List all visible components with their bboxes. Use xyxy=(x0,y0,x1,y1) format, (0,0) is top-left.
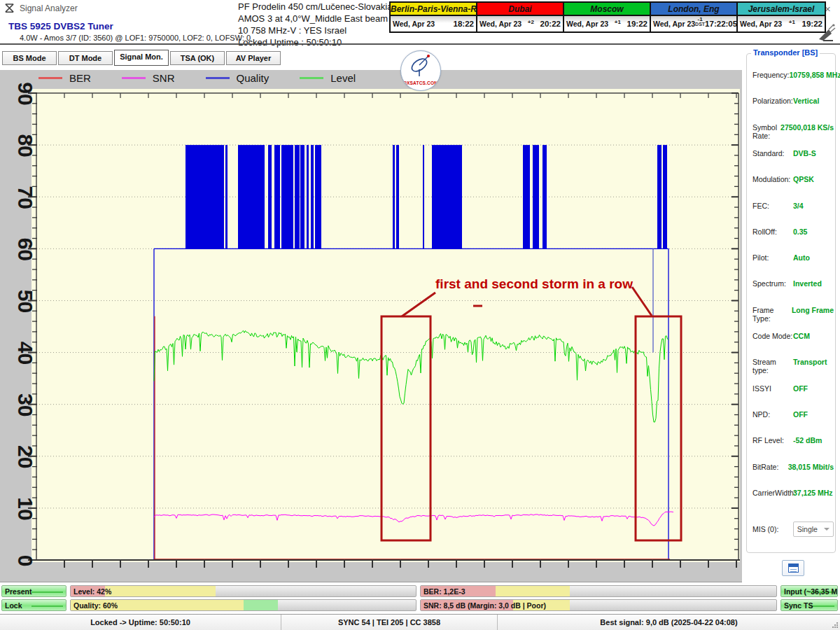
field-value: Inverted xyxy=(793,279,822,288)
legend-item-snr: SNR xyxy=(122,72,175,84)
mis-label: MIS (0): xyxy=(752,525,790,533)
transponder-field-6: RollOff:0.35 xyxy=(752,227,834,236)
field-label: ISSYI xyxy=(752,384,793,393)
statusbar-section-1: Locked -> Uptime: 50:50:10 xyxy=(0,615,281,630)
tab-tsa-ok-[interactable]: TSA (OK) xyxy=(170,51,225,65)
legend-swatch xyxy=(300,77,323,79)
legend-label: Level xyxy=(330,72,356,84)
meter-segment xyxy=(496,586,570,596)
field-label: CarrierWidth: xyxy=(752,489,793,497)
meter-label: Sync TS xyxy=(784,600,813,611)
field-label: Symbol Rate: xyxy=(752,123,780,140)
titlebar: Signal Analyzer xyxy=(4,3,78,13)
field-label: Polarization: xyxy=(752,97,793,105)
chevron-down-icon xyxy=(824,528,830,531)
clock-date: Wed, Apr 23 xyxy=(393,20,435,28)
clock-date: Wed, Apr 23 xyxy=(566,20,608,28)
y-axis-label: 20 xyxy=(14,445,37,468)
legend-swatch xyxy=(122,77,146,79)
meter-label: Level: 42% xyxy=(74,586,111,597)
clock-city-label: Jerusalem-Israel xyxy=(738,3,825,16)
meter-label: Quality: 60% xyxy=(74,600,118,611)
field-label: FEC: xyxy=(752,202,793,210)
field-label: Pilot: xyxy=(752,253,793,262)
tab-dt-mode[interactable]: DT Mode xyxy=(58,51,113,65)
tab-signal-mon-[interactable]: Signal Mon. xyxy=(114,50,169,66)
field-value: DVB-S xyxy=(793,149,816,158)
clock-time: 19:22 xyxy=(802,20,822,28)
tab-av-player[interactable]: AV Player xyxy=(226,51,281,65)
clock-5: Jerusalem-IsraelWed, Apr 23+119:22 xyxy=(738,3,825,31)
transponder-field-12: ISSYIOFF xyxy=(752,384,834,393)
field-label: Frequency: xyxy=(752,71,790,79)
dxsatcs-logo: DXSATCS.COM xyxy=(400,50,441,91)
legend-swatch xyxy=(206,77,230,79)
y-axis-label: 60 xyxy=(14,238,37,261)
transponder-field-0: Frequency:10759,858 MHz xyxy=(752,71,834,79)
y-axis-label: 80 xyxy=(14,134,37,157)
meter-ber: BER: 1,2E-3 xyxy=(420,585,777,597)
transponder-field-16: CarrierWidth:37,125 MHz xyxy=(752,489,834,497)
clock-time: 17:22:05 xyxy=(705,20,737,28)
legend-label: BER xyxy=(69,72,91,84)
mis-select[interactable]: Single xyxy=(793,522,834,537)
clock-utc-offset: +1 xyxy=(782,20,802,24)
meter-label: BER: 1,2E-3 xyxy=(424,586,465,597)
field-label: BitRate: xyxy=(752,463,788,471)
logo-dish-icon xyxy=(407,54,436,78)
transponder-field-13: NPD:OFF xyxy=(752,410,834,419)
window-title: Signal Analyzer xyxy=(20,4,78,13)
status-bar: Locked -> Uptime: 50:50:10SYNC 54 | TEI … xyxy=(0,614,840,630)
meter-label: Present xyxy=(5,586,32,597)
field-value: CCM xyxy=(793,332,810,340)
field-label: NPD: xyxy=(752,410,793,419)
mode-tabs: BS ModeDT ModeSignal Mon.TSA (OK)AV Play… xyxy=(2,51,281,66)
signal-chart: 0102030405060708090first and second stor… xyxy=(0,70,742,582)
indicator-lock: Lock xyxy=(1,599,66,611)
field-label: RF Level: xyxy=(752,436,793,444)
meter-row-1: PresentLevel: 42%BER: 1,2E-3Input (~36,3… xyxy=(0,585,840,597)
file-icon xyxy=(788,564,799,573)
legend-swatch xyxy=(38,77,62,79)
log-save-button[interactable] xyxy=(782,560,804,576)
transponder-field-2: Symbol Rate:27500,018 KS/s xyxy=(752,123,834,140)
clock-city-label: Moscow xyxy=(564,3,650,16)
antenna-info: PF Prodelin 450 cm/Lučenec-Slovakia AMOS… xyxy=(238,1,388,48)
resize-grip[interactable] xyxy=(832,622,839,629)
mis-value: Single xyxy=(797,525,818,533)
legend-item-level: Level xyxy=(300,72,356,84)
clock-1: Berlin-Paris-Vienna-RomaWed, Apr 2318:22 xyxy=(391,3,477,31)
clock-date: Wed, Apr 23 xyxy=(653,20,695,28)
meter-quality: Quality: 60% xyxy=(70,599,416,611)
logo-text: DXSATCS.COM xyxy=(403,80,438,85)
statusbar-section-3: Best signal: 9,0 dB (2025-04-22 04:08) xyxy=(498,615,840,630)
y-axis-label: 90 xyxy=(14,82,37,105)
chart-legend: BERSNRQualityLevel xyxy=(38,72,356,84)
transponder-field-15: BitRate:38,015 Mbit/s xyxy=(752,463,834,471)
header-divider xyxy=(0,43,840,45)
tab-bs-mode[interactable]: BS Mode xyxy=(2,51,57,65)
field-value: Long Frame xyxy=(792,306,834,323)
clock-utc-offset: +1 xyxy=(608,20,626,24)
meter-label: SNR: 8,5 dB (Margin: 3,0 dB | Poor) xyxy=(424,600,546,611)
clock-value: Wed, Apr 23+119:22 xyxy=(738,16,825,31)
transponder-field-5: FEC:3/4 xyxy=(752,202,834,210)
indicator-sync-ts: Sync TS xyxy=(780,599,838,611)
tuner-detail: 4.0W - Amos 3/7 (ID: 3560) @ LOF1: 97500… xyxy=(20,34,251,42)
mis-row: MIS (0): Single xyxy=(752,522,834,537)
field-value: OFF xyxy=(793,384,808,393)
field-value: Transport xyxy=(793,358,827,374)
transponder-field-11: Stream type:Transport xyxy=(752,358,834,374)
clock-value: Wed, Apr 23+119:22 xyxy=(564,16,650,31)
field-label: Frame Type: xyxy=(752,306,792,323)
clock-value: Wed, Apr 23+220:22 xyxy=(477,16,563,31)
field-label: Modulation: xyxy=(752,175,793,183)
clock-utc-offset: -1DST xyxy=(695,17,705,27)
field-value: Auto xyxy=(793,253,810,262)
app-icon xyxy=(4,3,15,13)
field-value: 37,125 MHz xyxy=(793,489,833,497)
indicator-input-36-35-mbps-: Input (~36,35 Mbps) xyxy=(780,585,838,597)
y-axis-label: 30 xyxy=(14,393,37,416)
tuner-info: TBS 5925 DVBS2 Tuner 4.0W - Amos 3/7 (ID… xyxy=(8,21,251,42)
tuner-name: TBS 5925 DVBS2 Tuner xyxy=(8,21,251,31)
